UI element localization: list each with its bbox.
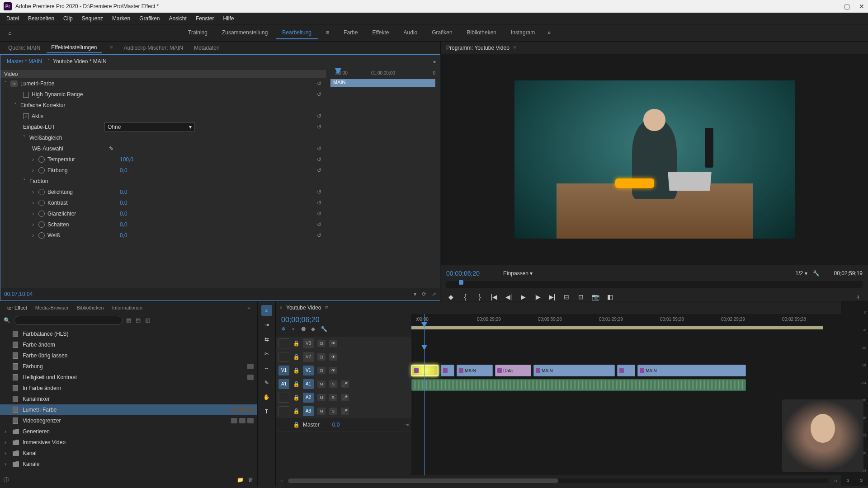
project-tab[interactable]: Bibliotheken: [73, 303, 108, 312]
lumetri-effect-label[interactable]: Lumetri-Farbe: [20, 80, 133, 87]
go-to-in-icon[interactable]: |◀: [490, 293, 499, 300]
stopwatch-icon[interactable]: [38, 167, 45, 174]
stopwatch-icon[interactable]: [38, 221, 45, 228]
audio-track-header[interactable]: A1 🔒 A1 M S 🎤: [276, 377, 411, 391]
twirl-icon[interactable]: ›: [32, 200, 38, 206]
close-tab-icon[interactable]: ×: [279, 305, 283, 311]
chevron-down-icon[interactable]: ˅: [47, 58, 50, 65]
comparison-icon[interactable]: ◧: [605, 293, 614, 300]
panel-menu-icon[interactable]: ≡: [513, 45, 516, 51]
mute-button[interactable]: M: [317, 380, 326, 388]
video-clip[interactable]: Data: [495, 365, 531, 376]
audio-clip[interactable]: [411, 379, 746, 391]
track-label[interactable]: A1: [303, 379, 314, 389]
minimize-button[interactable]: —: [829, 3, 835, 10]
settings-icon[interactable]: 🔧: [813, 270, 820, 277]
effect-item[interactable]: Farbbalance (HLS): [0, 328, 257, 339]
voice-over-icon[interactable]: 🎤: [341, 408, 349, 415]
mute-button[interactable]: M: [317, 394, 326, 401]
sync-lock-icon[interactable]: ⊡: [317, 353, 326, 361]
expand-icon[interactable]: »: [244, 303, 254, 312]
razor-tool-icon[interactable]: ✂: [261, 348, 272, 359]
workspace-bearbeitung[interactable]: Bearbeitung: [276, 27, 318, 39]
play-button[interactable]: ▶: [519, 293, 528, 300]
project-tab[interactable]: ter Effect: [4, 303, 31, 312]
eyedropper-icon[interactable]: ✎: [109, 145, 113, 152]
video-clip[interactable]: MAIN: [637, 365, 746, 376]
source-tab[interactable]: Audioclip-Mischer: MAIN: [119, 43, 188, 53]
pen-tool-icon[interactable]: ✎: [261, 377, 272, 388]
folder-item[interactable]: ›Kanal: [0, 448, 257, 459]
reset-icon[interactable]: ↺: [317, 124, 321, 130]
timeline-tab[interactable]: Youtube Video: [286, 305, 321, 311]
timeline-timecode[interactable]: 00;00;06;20: [281, 316, 406, 324]
reset-icon[interactable]: ↺: [317, 145, 321, 152]
lock-icon[interactable]: 🔒: [293, 354, 299, 360]
stopwatch-icon[interactable]: [38, 156, 45, 163]
source-tab[interactable]: Metadaten: [189, 43, 224, 53]
menu-ansicht[interactable]: Ansicht: [164, 14, 191, 23]
workspace-grafiken[interactable]: Grafiken: [425, 27, 458, 39]
lock-icon[interactable]: 🔒: [293, 394, 299, 401]
solo-button[interactable]: S: [847, 478, 849, 483]
twirl-icon[interactable]: ›: [5, 428, 6, 435]
program-timecode[interactable]: 00;00;06;20: [446, 270, 480, 277]
hdr-checkbox[interactable]: [23, 92, 29, 98]
work-area-bar[interactable]: [411, 326, 823, 329]
twirl-icon[interactable]: ˅: [4, 80, 10, 87]
param-value[interactable]: 0,0: [120, 189, 165, 195]
effect-item[interactable]: Farbe übrig lassen: [0, 350, 257, 361]
panel-menu-icon[interactable]: ≡: [105, 43, 118, 53]
effect-timecode[interactable]: 00;07;10;04: [4, 291, 33, 297]
workspace-audio[interactable]: Audio: [397, 27, 424, 39]
active-checkbox[interactable]: [23, 113, 29, 119]
folder-item[interactable]: ›Generieren: [0, 426, 257, 437]
menu-sequenz[interactable]: Sequenz: [77, 14, 108, 23]
twirl-icon[interactable]: ›: [32, 211, 38, 217]
twirl-icon[interactable]: ›: [32, 232, 38, 239]
master-clip-link[interactable]: Master * MAIN: [4, 57, 45, 66]
reset-icon[interactable]: ↺: [317, 91, 321, 98]
info-icon[interactable]: ⓘ: [4, 476, 9, 484]
menu-grafiken[interactable]: Grafiken: [135, 14, 164, 23]
expand-icon[interactable]: ⇥: [404, 422, 409, 428]
selection-tool-icon[interactable]: ▲: [261, 305, 272, 316]
eye-icon[interactable]: 👁: [329, 353, 337, 361]
out-point-icon[interactable]: }: [475, 293, 484, 300]
twirl-icon[interactable]: ˅: [23, 135, 29, 141]
reset-icon[interactable]: ↺: [317, 232, 321, 239]
scrub-playhead[interactable]: [459, 280, 463, 285]
new-bin-icon[interactable]: 📁: [237, 477, 244, 483]
workspace-training[interactable]: Training: [182, 27, 214, 39]
source-patch[interactable]: [278, 393, 289, 403]
slip-tool-icon[interactable]: ↔: [261, 363, 272, 374]
menu-marken[interactable]: Marken: [108, 14, 135, 23]
video-clip[interactable]: MAIN: [533, 365, 615, 376]
sync-lock-icon[interactable]: ⊡: [317, 340, 326, 347]
lift-icon[interactable]: ⊟: [562, 293, 571, 300]
folder-item[interactable]: ›Immersives Video: [0, 437, 257, 448]
twirl-icon[interactable]: ›: [5, 450, 6, 456]
param-value[interactable]: 0,0: [120, 232, 165, 239]
stopwatch-icon[interactable]: [38, 200, 45, 206]
fit-dropdown[interactable]: Einpassen ▾: [503, 270, 533, 277]
reset-icon[interactable]: ↺: [317, 113, 321, 119]
video-clip[interactable]: MAIN: [457, 365, 493, 376]
step-back-icon[interactable]: ◀|: [504, 293, 513, 300]
delete-icon[interactable]: 🗑: [248, 477, 254, 483]
menu-datei[interactable]: Datei: [2, 14, 24, 23]
project-tab[interactable]: Informationen: [108, 303, 146, 312]
track-label[interactable]: A2: [303, 393, 314, 403]
maximize-button[interactable]: ▢: [844, 3, 850, 10]
workspace-bibliotheken[interactable]: Bibliotheken: [461, 27, 503, 39]
workspace-instagram[interactable]: Instagram: [505, 27, 541, 39]
workspace-overflow-icon[interactable]: »: [543, 27, 555, 39]
effect-item[interactable]: In Farbe ändern: [0, 383, 257, 394]
param-value[interactable]: 0,0: [120, 221, 165, 228]
video-track-header[interactable]: V1 🔒 V1 ⊡ 👁: [276, 364, 411, 377]
solo-button[interactable]: S: [329, 394, 337, 401]
source-patch[interactable]: [278, 352, 289, 362]
track-label[interactable]: V3: [303, 338, 314, 348]
reset-icon[interactable]: ↺: [317, 167, 321, 174]
add-button-icon[interactable]: +: [854, 293, 863, 300]
